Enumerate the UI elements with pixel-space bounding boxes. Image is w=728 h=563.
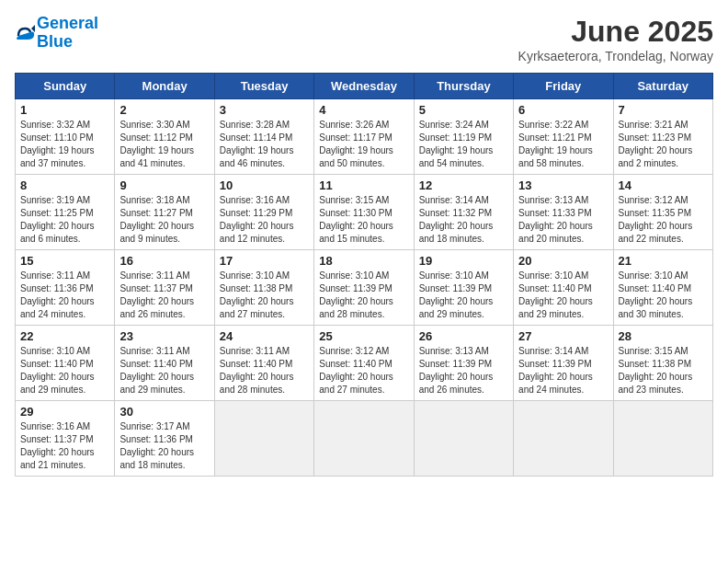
calendar-cell (314, 401, 414, 477)
day-number: 2 (119, 103, 209, 117)
calendar-cell: 23Sunrise: 3:11 AM Sunset: 11:40 PM Dayl… (115, 326, 214, 401)
calendar-cell: 1Sunrise: 3:32 AM Sunset: 11:10 PM Dayli… (16, 99, 115, 175)
day-info: Sunrise: 3:21 AM Sunset: 11:23 PM Daylig… (619, 119, 708, 170)
weekday-header: Sunday (16, 74, 115, 99)
weekday-header: Saturday (613, 74, 712, 99)
calendar-cell (613, 401, 712, 477)
page-subtitle: Kyrksaeterora, Trondelag, Norway (518, 49, 713, 63)
calendar-cell: 26Sunrise: 3:13 AM Sunset: 11:39 PM Dayl… (414, 326, 513, 401)
day-info: Sunrise: 3:16 AM Sunset: 11:37 PM Daylig… (20, 420, 109, 472)
day-number: 16 (119, 254, 209, 268)
day-info: Sunrise: 3:10 AM Sunset: 11:40 PM Daylig… (518, 270, 608, 321)
day-number: 29 (20, 405, 109, 419)
day-info: Sunrise: 3:26 AM Sunset: 11:17 PM Daylig… (319, 119, 408, 170)
calendar-cell: 21Sunrise: 3:10 AM Sunset: 11:40 PM Dayl… (613, 250, 712, 326)
day-number: 10 (220, 178, 309, 192)
calendar-table: SundayMondayTuesdayWednesdayThursdayFrid… (15, 73, 713, 477)
day-number: 21 (619, 254, 708, 268)
calendar-cell: 18Sunrise: 3:10 AM Sunset: 11:39 PM Dayl… (314, 250, 414, 326)
calendar-week-row: 8Sunrise: 3:19 AM Sunset: 11:25 PM Dayli… (16, 175, 713, 250)
day-number: 1 (20, 103, 109, 117)
calendar-cell: 9Sunrise: 3:18 AM Sunset: 11:27 PM Dayli… (115, 175, 214, 250)
weekday-header: Wednesday (314, 74, 414, 99)
day-number: 15 (20, 254, 109, 268)
logo: GeneralBlue (15, 15, 98, 52)
day-number: 19 (419, 254, 508, 268)
calendar-cell: 6Sunrise: 3:22 AM Sunset: 11:21 PM Dayli… (514, 99, 613, 175)
calendar-cell: 4Sunrise: 3:26 AM Sunset: 11:17 PM Dayli… (314, 99, 414, 175)
day-info: Sunrise: 3:16 AM Sunset: 11:29 PM Daylig… (220, 194, 309, 246)
calendar-cell: 20Sunrise: 3:10 AM Sunset: 11:40 PM Dayl… (514, 250, 613, 326)
weekday-header: Friday (514, 74, 613, 99)
day-info: Sunrise: 3:13 AM Sunset: 11:33 PM Daylig… (518, 194, 608, 246)
weekday-header: Tuesday (214, 74, 313, 99)
calendar-week-row: 22Sunrise: 3:10 AM Sunset: 11:40 PM Dayl… (16, 326, 713, 401)
day-number: 25 (319, 329, 408, 343)
calendar-cell: 22Sunrise: 3:10 AM Sunset: 11:40 PM Dayl… (16, 326, 115, 401)
day-number: 20 (518, 254, 608, 268)
day-number: 18 (319, 254, 408, 268)
day-info: Sunrise: 3:28 AM Sunset: 11:14 PM Daylig… (220, 119, 309, 170)
day-info: Sunrise: 3:13 AM Sunset: 11:39 PM Daylig… (419, 345, 508, 396)
day-number: 3 (220, 103, 309, 117)
calendar-cell: 8Sunrise: 3:19 AM Sunset: 11:25 PM Dayli… (16, 175, 115, 250)
day-info: Sunrise: 3:24 AM Sunset: 11:19 PM Daylig… (419, 119, 508, 170)
calendar-cell: 16Sunrise: 3:11 AM Sunset: 11:37 PM Dayl… (115, 250, 214, 326)
day-number: 9 (119, 178, 209, 192)
weekday-header: Monday (115, 74, 214, 99)
calendar-cell: 24Sunrise: 3:11 AM Sunset: 11:40 PM Dayl… (214, 326, 313, 401)
page-header: GeneralBlue June 2025 Kyrksaeterora, Tro… (15, 15, 713, 63)
calendar-week-row: 15Sunrise: 3:11 AM Sunset: 11:36 PM Dayl… (16, 250, 713, 326)
day-info: Sunrise: 3:11 AM Sunset: 11:40 PM Daylig… (119, 345, 209, 396)
day-info: Sunrise: 3:18 AM Sunset: 11:27 PM Daylig… (119, 194, 209, 246)
day-info: Sunrise: 3:11 AM Sunset: 11:40 PM Daylig… (220, 345, 309, 396)
day-info: Sunrise: 3:10 AM Sunset: 11:40 PM Daylig… (20, 345, 109, 396)
svg-marker-1 (31, 25, 35, 32)
day-info: Sunrise: 3:22 AM Sunset: 11:21 PM Daylig… (518, 119, 608, 170)
day-info: Sunrise: 3:15 AM Sunset: 11:30 PM Daylig… (319, 194, 408, 246)
page-title: June 2025 (518, 15, 713, 49)
day-info: Sunrise: 3:14 AM Sunset: 11:32 PM Daylig… (419, 194, 508, 246)
day-info: Sunrise: 3:10 AM Sunset: 11:39 PM Daylig… (419, 270, 508, 321)
day-info: Sunrise: 3:15 AM Sunset: 11:38 PM Daylig… (619, 345, 708, 396)
calendar-cell (514, 401, 613, 477)
day-info: Sunrise: 3:10 AM Sunset: 11:39 PM Daylig… (319, 270, 408, 321)
day-number: 14 (619, 178, 708, 192)
day-number: 11 (319, 178, 408, 192)
day-info: Sunrise: 3:12 AM Sunset: 11:35 PM Daylig… (619, 194, 708, 246)
day-info: Sunrise: 3:19 AM Sunset: 11:25 PM Daylig… (20, 194, 109, 246)
day-number: 17 (220, 254, 309, 268)
calendar-cell: 30Sunrise: 3:17 AM Sunset: 11:36 PM Dayl… (115, 401, 214, 477)
day-number: 23 (119, 329, 209, 343)
calendar-cell: 17Sunrise: 3:10 AM Sunset: 11:38 PM Dayl… (214, 250, 313, 326)
calendar-cell: 2Sunrise: 3:30 AM Sunset: 11:12 PM Dayli… (115, 99, 214, 175)
day-info: Sunrise: 3:12 AM Sunset: 11:40 PM Daylig… (319, 345, 408, 396)
day-number: 22 (20, 329, 109, 343)
day-info: Sunrise: 3:11 AM Sunset: 11:37 PM Daylig… (119, 270, 209, 321)
day-number: 26 (419, 329, 508, 343)
calendar-cell: 10Sunrise: 3:16 AM Sunset: 11:29 PM Dayl… (214, 175, 313, 250)
day-info: Sunrise: 3:11 AM Sunset: 11:36 PM Daylig… (20, 270, 109, 321)
day-number: 24 (220, 329, 309, 343)
calendar-cell: 19Sunrise: 3:10 AM Sunset: 11:39 PM Dayl… (414, 250, 513, 326)
calendar-week-row: 1Sunrise: 3:32 AM Sunset: 11:10 PM Dayli… (16, 99, 713, 175)
calendar-cell: 29Sunrise: 3:16 AM Sunset: 11:37 PM Dayl… (16, 401, 115, 477)
calendar-cell: 15Sunrise: 3:11 AM Sunset: 11:36 PM Dayl… (16, 250, 115, 326)
day-number: 27 (518, 329, 608, 343)
calendar-week-row: 29Sunrise: 3:16 AM Sunset: 11:37 PM Dayl… (16, 401, 713, 477)
day-info: Sunrise: 3:10 AM Sunset: 11:38 PM Daylig… (220, 270, 309, 321)
calendar-cell (414, 401, 513, 477)
day-number: 4 (319, 103, 408, 117)
day-info: Sunrise: 3:10 AM Sunset: 11:40 PM Daylig… (619, 270, 708, 321)
calendar-header-row: SundayMondayTuesdayWednesdayThursdayFrid… (16, 74, 713, 99)
calendar-cell: 14Sunrise: 3:12 AM Sunset: 11:35 PM Dayl… (613, 175, 712, 250)
day-number: 13 (518, 178, 608, 192)
calendar-cell: 5Sunrise: 3:24 AM Sunset: 11:19 PM Dayli… (414, 99, 513, 175)
calendar-cell: 25Sunrise: 3:12 AM Sunset: 11:40 PM Dayl… (314, 326, 414, 401)
day-number: 7 (619, 103, 708, 117)
calendar-cell: 7Sunrise: 3:21 AM Sunset: 11:23 PM Dayli… (613, 99, 712, 175)
day-number: 8 (20, 178, 109, 192)
calendar-cell (214, 401, 313, 477)
calendar-cell: 27Sunrise: 3:14 AM Sunset: 11:39 PM Dayl… (514, 326, 613, 401)
day-number: 28 (619, 329, 708, 343)
